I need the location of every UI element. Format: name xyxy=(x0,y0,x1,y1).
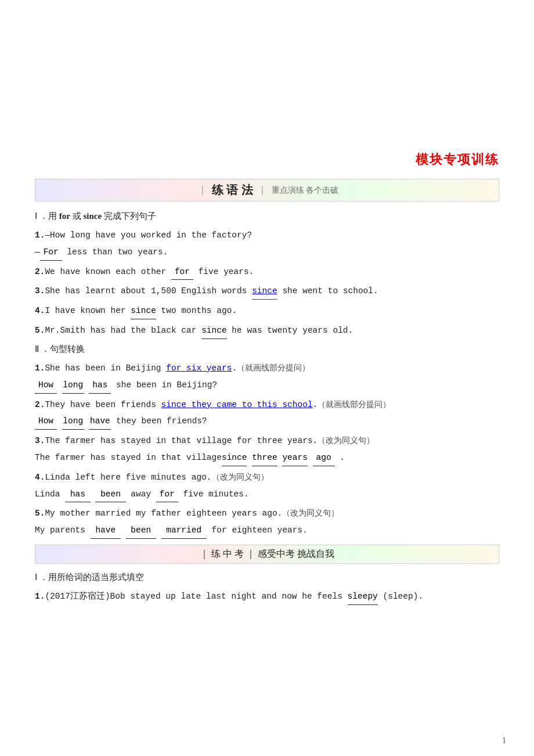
exercise-2-4-a: Linda has been away for five minutes. xyxy=(35,487,499,503)
main-title: 模块专项训练 xyxy=(35,151,499,168)
exercise-2-3-q: 3.The farmer has stayed in that village … xyxy=(35,433,499,449)
section2-instruction1: Ⅰ．用所给词的适当形式填空 xyxy=(35,572,499,583)
section2-banner-sub: 感受中考 挑战自我 xyxy=(258,549,334,559)
exercise-1-1: 1.—How long have you worked in the facto… xyxy=(35,228,499,261)
exercise-2-2-q: 2.They have been friends since they came… xyxy=(35,397,499,413)
exercise-1-5: 5.Mr.Smith has had the black car since h… xyxy=(35,323,499,339)
exercise-2-4-q: 4.Linda left here five minutes ago.（改为同义… xyxy=(35,470,499,485)
exercise-2-1-q: 1.She has been in Beijing for six years.… xyxy=(35,361,499,376)
exercise-1-3: 3.She has learnt about 1,500 English wor… xyxy=(35,283,499,300)
exercise-2-2: 2.They have been friends since they came… xyxy=(35,397,499,430)
section1-banner-sub: 重点演练 各个击破 xyxy=(272,186,339,195)
exercise-2-2-a: How long have they been friends? xyxy=(35,413,499,430)
exercise-1-3-line: 3.She has learnt about 1,500 English wor… xyxy=(35,283,499,300)
section1-instruction1: Ⅰ．用 for 或 since 完成下列句子 xyxy=(35,211,499,222)
page-number: 1 xyxy=(502,736,506,746)
section1-instruction2: Ⅱ．句型转换 xyxy=(35,344,499,355)
exercise-2-3: 3.The farmer has stayed in that village … xyxy=(35,433,499,466)
exercise-2-5-q: 5.My mother married my father eighteen y… xyxy=(35,506,499,521)
exercise-1-1-q: 1.—How long have you worked in the facto… xyxy=(35,228,499,243)
exercise-1-4: 4.I have known her since two months ago. xyxy=(35,303,499,319)
section2-pipe-right: ｜ xyxy=(246,549,255,559)
page: 模块专项训练 ｜ 练 语 法 ｜ 重点演练 各个击破 Ⅰ．用 for 或 sin… xyxy=(0,0,534,756)
top-space xyxy=(35,23,499,151)
banner-pipe-left: ｜ xyxy=(198,185,207,195)
exercise-1-2: 2.We have known each other for five year… xyxy=(35,264,499,280)
exercise-2-4: 4.Linda left here five minutes ago.（改为同义… xyxy=(35,470,499,503)
exercise-2-3-a: The farmer has stayed in that villagesin… xyxy=(35,450,499,466)
exercise-1-1-a: —For less than two years. xyxy=(35,244,499,261)
section1-banner-title: 练 语 法 xyxy=(212,183,253,196)
exercise-2-5: 5.My mother married my father eighteen y… xyxy=(35,506,499,539)
section2-exercise-1: 1.(2017江苏宿迁)Bob stayed up late last nigh… xyxy=(35,589,499,605)
section2-banner: ｜ 练 中 考 ｜ 感受中考 挑战自我 xyxy=(35,545,499,564)
exercise-1-2-line: 2.We have known each other for five year… xyxy=(35,264,499,280)
exercise-1-4-line: 4.I have known her since two months ago. xyxy=(35,303,499,319)
section1-banner: ｜ 练 语 法 ｜ 重点演练 各个击破 xyxy=(35,179,499,201)
exercise-2-5-a: My parents have been married for eightee… xyxy=(35,523,499,539)
banner-pipe-right: ｜ xyxy=(258,185,267,195)
exercise-2-1-a: How long has she been in Beijing? xyxy=(35,377,499,394)
section2-exercise-1-line: 1.(2017江苏宿迁)Bob stayed up late last nigh… xyxy=(35,589,499,605)
exercise-1-5-line: 5.Mr.Smith has had the black car since h… xyxy=(35,323,499,339)
exercise-2-1: 1.She has been in Beijing for six years.… xyxy=(35,361,499,394)
section2-banner-title: 练 中 考 xyxy=(211,549,244,559)
section2-pipe-left: ｜ xyxy=(200,549,209,559)
